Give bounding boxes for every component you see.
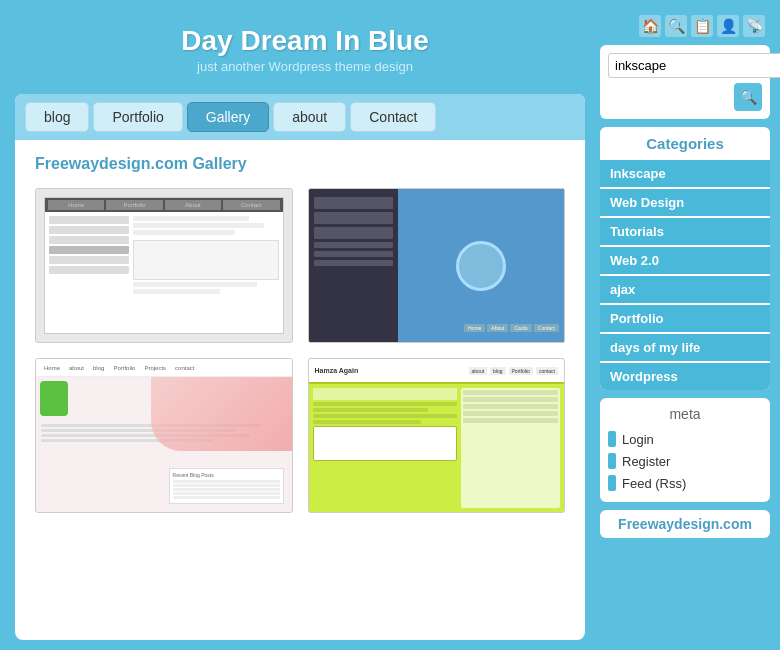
t3-n1: Home: [41, 364, 63, 372]
search-input-row: [608, 53, 762, 78]
site-header: Day Dream In Blue just another Wordpress…: [15, 10, 585, 89]
t3-n5: Projects: [141, 364, 169, 372]
thumb-3-body-wrap: Recent Blog Posts: [36, 377, 292, 512]
gallery-item-3[interactable]: Home about blog Portfolio Projects conta…: [35, 358, 293, 513]
t4-title: [313, 388, 458, 400]
t2-n3: Cards: [510, 324, 531, 332]
right-sidebar: 🏠 🔍 📋 👤 📡 🔍 Categories Inkscape Web Desi…: [595, 0, 780, 650]
nav-portfolio[interactable]: Portfolio: [93, 102, 182, 132]
thumb-4-form: [461, 388, 560, 508]
thumb-3-logo: [40, 381, 68, 416]
t4-n2: blog: [490, 367, 505, 375]
t1-l5: [133, 289, 220, 294]
nav-gallery[interactable]: Gallery: [187, 102, 269, 132]
search-button[interactable]: 🔍: [734, 83, 762, 111]
t1-s1: [49, 216, 129, 224]
thumb-4-body: [309, 384, 565, 512]
t4-n1: about: [469, 367, 488, 375]
category-web-2[interactable]: Web 2.0: [600, 247, 770, 274]
thumb-3-nav: Home about blog Portfolio Projects conta…: [36, 359, 292, 377]
category-wordpress[interactable]: Wordpress: [600, 363, 770, 390]
main-wrapper: Day Dream In Blue just another Wordpress…: [0, 0, 595, 650]
rss-icon[interactable]: 📡: [743, 15, 765, 37]
t4-l2: [313, 408, 429, 412]
t2-n2: About: [487, 324, 508, 332]
nav-contact[interactable]: Contact: [350, 102, 436, 132]
nav-blog[interactable]: blog: [25, 102, 89, 132]
meta-login[interactable]: Login: [608, 428, 762, 450]
sidebar-footer-link[interactable]: Freewaydesign.com: [600, 510, 770, 538]
t4-l3: [313, 414, 458, 418]
search-input[interactable]: [608, 53, 780, 78]
category-inkscape[interactable]: Inkscape: [600, 160, 770, 187]
search-icon[interactable]: 🔍: [665, 15, 687, 37]
t4-fl2: [463, 397, 558, 402]
thumb-2-sidebar: [309, 189, 398, 342]
t1-s5: [49, 256, 129, 264]
contact-card-icon[interactable]: 📋: [691, 15, 713, 37]
thumb-3-floral: [151, 377, 292, 451]
t3-n4: Portfolio: [110, 364, 138, 372]
meta-feed-label: Feed (Rss): [622, 476, 686, 491]
thumb-2-nav: Home About Cards Contact: [464, 324, 559, 332]
gallery-item-4[interactable]: Hamza Again about blog Portfolio contact: [308, 358, 566, 513]
category-days[interactable]: days of my life: [600, 334, 770, 361]
t1-nav-about: About: [165, 200, 221, 210]
thumb-4-right: [461, 388, 560, 508]
t1-nav-contact: Contact: [223, 200, 279, 210]
t4-n3: Portfolio: [509, 367, 533, 375]
meta-register[interactable]: Register: [608, 450, 762, 472]
t4-fl5: [463, 418, 558, 423]
thumb-3-posts: Recent Blog Posts: [169, 468, 284, 504]
gallery-content: Freewaydesign.com Gallery Home Portfolio…: [15, 140, 585, 640]
t4-logo: Hamza Again: [315, 367, 359, 374]
t4-fl4: [463, 411, 558, 416]
t3-n2: about: [66, 364, 87, 372]
site-title: Day Dream In Blue: [35, 25, 575, 57]
t1-s3: [49, 236, 129, 244]
thumb-1-inner: Home Portfolio About Contact: [44, 197, 284, 334]
t1-box: [133, 240, 278, 280]
gallery-item-1[interactable]: Home Portfolio About Contact: [35, 188, 293, 343]
category-portfolio[interactable]: Portfolio: [600, 305, 770, 332]
thumb-4-left: [313, 388, 458, 508]
category-web-design[interactable]: Web Design: [600, 189, 770, 216]
gallery-title: Freewaydesign.com Gallery: [35, 155, 565, 173]
thumb-1-body: [45, 212, 283, 298]
t4-img: [313, 426, 458, 461]
t1-nav-home: Home: [48, 200, 104, 210]
t3-pl2: [173, 484, 280, 487]
thumb-4-nav: about blog Portfolio contact: [469, 367, 558, 375]
thumb-2-main: [398, 189, 564, 342]
meta-feed[interactable]: Feed (Rss): [608, 472, 762, 494]
t1-l3: [133, 230, 235, 235]
t3-pl3: [173, 488, 280, 491]
meta-section: meta Login Register Feed (Rss): [600, 398, 770, 502]
search-box: 🔍: [600, 45, 770, 119]
t3-posts-title: Recent Blog Posts: [173, 472, 280, 478]
thumb-1-sidebar: [49, 216, 129, 294]
t4-n4: contact: [536, 367, 558, 375]
t2-s5: [314, 251, 393, 257]
search-button-row: 🔍: [608, 83, 762, 111]
meta-register-dot: [608, 453, 616, 469]
t4-l4: [313, 420, 421, 424]
t2-s6: [314, 260, 393, 266]
nav-about[interactable]: about: [273, 102, 346, 132]
thumb-4-header: Hamza Again about blog Portfolio contact: [309, 359, 565, 384]
person-icon[interactable]: 👤: [717, 15, 739, 37]
category-tutorials[interactable]: Tutorials: [600, 218, 770, 245]
t3-n6: contact: [172, 364, 197, 372]
t3-n3: blog: [90, 364, 107, 372]
categories-section: Categories Inkscape Web Design Tutorials…: [600, 127, 770, 390]
t4-fl1: [463, 390, 558, 395]
t2-n1: Home: [464, 324, 485, 332]
home-icon[interactable]: 🏠: [639, 15, 661, 37]
category-ajax[interactable]: ajax: [600, 276, 770, 303]
t1-l1: [133, 216, 249, 221]
t3-pl1: [173, 480, 280, 483]
meta-register-label: Register: [622, 454, 670, 469]
thumb-2-circle: [456, 241, 506, 291]
t4-fl3: [463, 404, 558, 409]
gallery-item-2[interactable]: Home About Cards Contact: [308, 188, 566, 343]
